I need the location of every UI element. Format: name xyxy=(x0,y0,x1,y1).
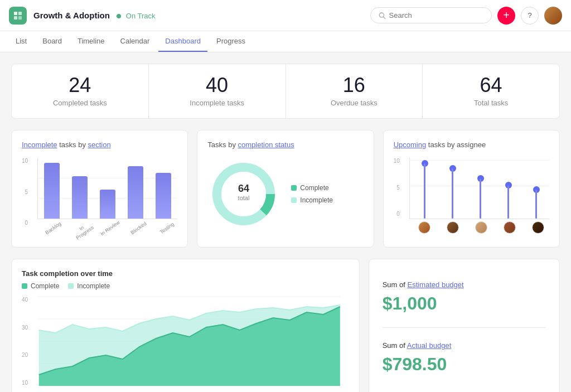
line-legend-incomplete: Incomplete xyxy=(68,282,110,290)
bar-chart-x-labels: Backlog In Progress In Review Blocked Te… xyxy=(37,221,177,237)
actual-budget-amount: $798.50 xyxy=(383,354,546,375)
tab-dashboard[interactable]: Dashboard xyxy=(158,31,207,52)
line-legend-incomplete-dot xyxy=(68,283,74,289)
chart-incomplete-title-mid: tasks by xyxy=(59,141,88,149)
charts-row: Incomplete tasks by section 10 5 0 xyxy=(11,130,560,248)
donut-legend: Complete Incomplete xyxy=(291,184,333,204)
chart-incomplete-title-hl1[interactable]: Incomplete xyxy=(22,141,57,149)
chart-completion-title-hl[interactable]: completion status xyxy=(238,141,294,149)
donut-container: 64 total Complete Incomplete xyxy=(207,158,363,230)
stat-total-label: Total tasks xyxy=(434,99,548,107)
bar-testing xyxy=(152,160,175,219)
donut-svg: 64 total xyxy=(207,158,280,230)
stat-overdue: 16 Overdue tasks xyxy=(286,64,423,118)
chart-line: Task completion over time Complete Incom… xyxy=(11,259,360,392)
estimated-budget-link[interactable]: Estimated budget xyxy=(407,280,463,289)
tab-list[interactable]: List xyxy=(9,31,33,52)
status-indicator xyxy=(117,14,121,18)
estimated-label-pre: Sum of xyxy=(383,280,405,289)
tab-timeline[interactable]: Timeline xyxy=(71,31,112,52)
legend-incomplete-label: Incomplete xyxy=(300,196,333,204)
chart-completion-title: Tasks by completion status xyxy=(207,141,363,149)
bar-inprogress xyxy=(68,160,91,219)
svg-rect-3 xyxy=(18,16,22,20)
legend-complete: Complete xyxy=(291,184,333,192)
line-legend-complete-label: Complete xyxy=(31,282,59,290)
tab-progress[interactable]: Progress xyxy=(210,31,252,52)
estimated-budget-label: Sum of Estimated budget xyxy=(383,280,546,289)
lollipop-4 xyxy=(498,160,519,219)
search-input[interactable] xyxy=(389,11,483,20)
help-button[interactable]: ? xyxy=(521,7,539,25)
actual-budget-section: Sum of Actual budget $798.50 xyxy=(383,341,546,375)
stat-incomplete-label: Incomplete tasks xyxy=(160,99,274,107)
legend-complete-dot xyxy=(291,185,297,191)
chart-assignee: Upcoming tasks by assignee 10 5 0 xyxy=(383,130,560,248)
lollipop-1 xyxy=(414,160,435,219)
stats-row: 24 Completed tasks 40 Incomplete tasks 1… xyxy=(11,64,560,119)
svg-point-8 xyxy=(221,172,266,216)
assignee-avatar-5 xyxy=(532,221,544,234)
lollipop-chart-wrapper: 10 5 0 xyxy=(394,158,549,234)
avatar-image xyxy=(544,7,562,25)
search-box[interactable] xyxy=(370,7,492,23)
stat-incomplete-number: 40 xyxy=(160,75,274,95)
chart-incomplete-section: Incomplete tasks by section 10 5 0 xyxy=(11,130,188,248)
project-info: Growth & Adoption On Track xyxy=(33,11,156,21)
tab-board[interactable]: Board xyxy=(36,31,69,52)
line-chart-title: Task completion over time xyxy=(22,269,349,278)
chart-assignee-hl1[interactable]: Upcoming xyxy=(394,141,427,149)
avatar xyxy=(544,7,562,25)
app-icon xyxy=(9,7,27,25)
estimated-budget-section: Sum of Estimated budget $1,000 xyxy=(383,280,546,314)
assignee-avatar-4 xyxy=(504,221,516,234)
status-text: On Track xyxy=(126,12,156,20)
donut-chart: 64 total xyxy=(207,158,280,230)
line-legend-complete-dot xyxy=(22,283,27,289)
bar-inreview xyxy=(96,160,119,219)
legend-incomplete: Incomplete xyxy=(291,196,333,204)
stat-total-number: 64 xyxy=(434,75,548,95)
estimated-budget-amount: $1,000 xyxy=(383,293,546,314)
chart-incomplete-title-hl2[interactable]: section xyxy=(88,141,111,149)
svg-text:total: total xyxy=(238,195,250,201)
stat-total: 64 Total tasks xyxy=(423,64,559,118)
assignee-avatar-3 xyxy=(475,221,487,234)
header: Growth & Adoption On Track + ? xyxy=(0,0,571,31)
lollipop-2 xyxy=(442,160,463,219)
chart-assignee-title: Upcoming tasks by assignee xyxy=(394,141,549,149)
line-y-labels: 40 30 20 10 xyxy=(22,297,30,386)
lollipop-3 xyxy=(470,160,491,219)
line-chart-svg xyxy=(30,297,349,386)
line-chart-legend: Complete Incomplete xyxy=(22,282,349,290)
stat-overdue-number: 16 xyxy=(297,75,412,95)
y-axis-labels: 10 5 0 xyxy=(22,158,30,226)
chart-incomplete-title: Incomplete tasks by section xyxy=(22,141,177,149)
budget-card: Sum of Estimated budget $1,000 Sum of Ac… xyxy=(369,259,560,392)
header-left: Growth & Adoption On Track xyxy=(9,7,156,25)
actual-budget-link[interactable]: Actual budget xyxy=(407,341,452,350)
bar-blocked xyxy=(124,160,147,219)
bar-chart-area xyxy=(37,158,177,219)
project-name: Growth & Adoption xyxy=(33,11,110,20)
lollipop-avatars xyxy=(409,221,549,234)
label-backlog: Backlog xyxy=(42,219,68,242)
stat-overdue-label: Overdue tasks xyxy=(297,99,412,107)
line-chart-area: 40 30 20 10 xyxy=(22,297,349,386)
label-inprogress: In Progress xyxy=(70,219,96,242)
svg-line-5 xyxy=(384,17,385,18)
legend-complete-label: Complete xyxy=(300,184,328,192)
label-blocked: Blocked xyxy=(127,219,153,242)
bottom-row: Task completion over time Complete Incom… xyxy=(11,259,560,392)
search-icon xyxy=(379,12,386,20)
bar-backlog xyxy=(40,160,64,219)
stat-completed-label: Completed tasks xyxy=(23,99,137,107)
actual-budget-label: Sum of Actual budget xyxy=(383,341,546,350)
tab-calendar[interactable]: Calendar xyxy=(114,31,157,52)
svg-rect-2 xyxy=(14,16,17,20)
add-button[interactable]: + xyxy=(497,7,515,25)
chart-assignee-mid: tasks by assignee xyxy=(428,141,486,149)
main-content: 24 Completed tasks 40 Incomplete tasks 1… xyxy=(0,52,571,392)
svg-rect-0 xyxy=(14,12,17,15)
nav-tabs: List Board Timeline Calendar Dashboard P… xyxy=(0,31,571,52)
